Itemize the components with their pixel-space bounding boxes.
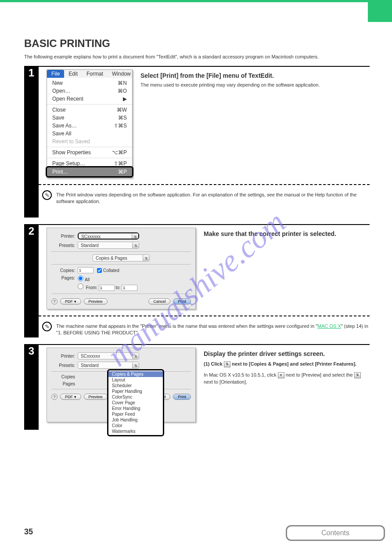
note-icon: ✎ — [42, 322, 52, 331]
step-number-3: 3 — [24, 344, 39, 430]
top-divider — [0, 0, 392, 2]
step-number-2: 2 — [24, 224, 39, 337]
step-3-heading: Display the printer driver settings scre… — [204, 350, 364, 357]
step-1-heading: Select [Print] from the [File] menu of T… — [140, 72, 364, 79]
copies-label: Copies: — [51, 268, 78, 273]
file-menu-screenshot: File Edit Format Window New⌘N Open…⌘O Op… — [47, 69, 133, 178]
menu-edit[interactable]: Edit — [64, 70, 82, 78]
corner-accent — [368, 0, 392, 22]
pages-all-radio[interactable] — [78, 276, 83, 281]
menu-item-show-properties[interactable]: Show Properties⌥⌘P — [47, 149, 132, 156]
help-button[interactable]: ? — [51, 298, 58, 305]
collated-checkbox[interactable] — [97, 268, 102, 273]
page-number: 35 — [24, 527, 33, 537]
note-icon: ✎ — [42, 190, 52, 200]
pages-from-input[interactable] — [99, 285, 115, 291]
preview-button[interactable]: Preview — [84, 298, 108, 305]
pdf-button[interactable]: PDF ▾ — [60, 394, 81, 400]
menu-window[interactable]: Window — [108, 70, 135, 78]
contents-button[interactable]: Contents — [286, 525, 385, 541]
collated-label: Collated — [103, 268, 119, 273]
menu-item-save-as[interactable]: Save As…⇧⌘S — [47, 122, 132, 130]
menu-item-open[interactable]: Open…⌘O — [47, 87, 132, 95]
presets-select[interactable]: Standard — [78, 242, 139, 249]
step-1-note: The Print window varies depending on the… — [56, 190, 370, 205]
print-button[interactable]: Print — [173, 394, 191, 400]
cancel-button[interactable]: Cancel — [148, 298, 170, 305]
menu-file[interactable]: File — [47, 70, 64, 78]
step-2-heading: Make sure that the correct printer is se… — [204, 230, 364, 237]
menu-item-open-recent[interactable]: Open Recent▶ — [47, 95, 132, 103]
page-title: BASIC PRINTING — [24, 37, 392, 50]
down-arrow-icon: ▾ — [278, 372, 284, 378]
menu-item-print[interactable]: Print…⌘P — [46, 166, 133, 178]
print-button[interactable]: Print — [173, 298, 191, 305]
section-dropdown-open[interactable]: Copies & Pages Layout Scheduler Paper Ha… — [107, 369, 164, 436]
presets-select[interactable]: Standard — [78, 362, 139, 369]
updown-arrow-icon: ⇅ — [354, 372, 361, 378]
menu-item-new[interactable]: New⌘N — [47, 79, 132, 87]
pdf-button[interactable]: PDF ▾ — [60, 298, 81, 305]
print-dialog-step3: Printer: SCxxxxxx Presets: Standard Copi… — [47, 348, 196, 422]
printer-select[interactable]: SCxxxxxx — [78, 232, 139, 239]
menu-format[interactable]: Format — [82, 70, 108, 78]
printer-label: Printer: — [51, 234, 78, 239]
pages-to-input[interactable] — [122, 285, 137, 291]
printer-select[interactable]: SCxxxxxx — [78, 352, 139, 359]
step-number-1: 1 — [24, 66, 39, 218]
step-3-body: (1) Click ⇅ next to [Copies & Pages] and… — [204, 361, 364, 367]
updown-arrow-icon: ⇅ — [224, 361, 230, 367]
menu-item-revert: Revert to Saved — [47, 138, 132, 145]
step-3-body2: In Mac OS X v10.5 to 10.5.1, click ▾ nex… — [204, 372, 364, 385]
section-select[interactable]: Copies & Pages — [93, 254, 150, 261]
menu-item-save[interactable]: Save⌘S — [47, 114, 132, 122]
presets-label: Presets: — [51, 243, 78, 248]
help-button[interactable]: ? — [51, 394, 58, 400]
step-2-note: The machine name that appears in the "Pr… — [56, 322, 370, 337]
menu-item-save-all[interactable]: Save All — [47, 130, 132, 138]
pages-label: Pages: — [51, 276, 78, 280]
pages-from-radio[interactable] — [78, 283, 83, 289]
step-1-body: The menu used to execute printing may va… — [140, 82, 364, 88]
menu-item-close[interactable]: Close⌘W — [47, 106, 132, 114]
print-dialog-step2: Printer: SCxxxxxx Presets: Standard Copi… — [47, 228, 196, 309]
copies-input[interactable] — [78, 267, 94, 273]
page-subtitle: The following example explains how to pr… — [24, 54, 392, 59]
preview-button[interactable]: Preview — [84, 394, 108, 400]
